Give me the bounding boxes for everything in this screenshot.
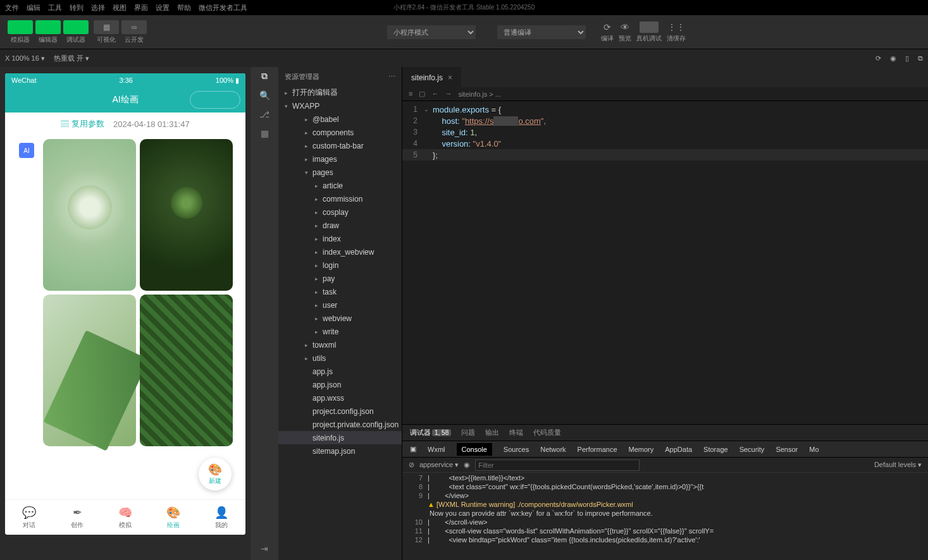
dt-tab-output[interactable]: 输出 (485, 428, 499, 437)
dt2-appdata[interactable]: AppData (665, 446, 692, 453)
detach-icon[interactable]: ⧉ (918, 54, 923, 63)
menu-item[interactable]: 界面 (134, 3, 148, 13)
image-tile[interactable] (43, 139, 136, 291)
menu-item[interactable]: 微信开发者工具 (199, 3, 247, 13)
refresh-icon[interactable]: ⟳ (875, 54, 881, 63)
dt2-wxml[interactable]: Wxml (428, 446, 445, 453)
folder-item[interactable]: ▸components (278, 126, 402, 139)
menu-item[interactable]: 视图 (113, 3, 127, 13)
clear-icon[interactable]: ⊘ (409, 461, 414, 469)
open-editors-section[interactable]: ▸打开的编辑器 (278, 86, 402, 99)
more-icon[interactable]: ⋯ (388, 73, 395, 81)
menu-item[interactable]: 工具 (48, 3, 62, 13)
list-icon[interactable]: ≡ (409, 90, 412, 98)
debugger-toggle[interactable] (63, 20, 89, 34)
image-tile[interactable] (140, 295, 233, 446)
dt2-storage[interactable]: Storage (703, 446, 728, 453)
capsule-button[interactable] (190, 91, 240, 109)
file-item[interactable]: app.json (278, 378, 402, 391)
file-item[interactable]: siteinfo.js (278, 431, 402, 444)
folder-item[interactable]: ▸write (278, 325, 402, 338)
folder-item[interactable]: ▾pages (278, 166, 402, 179)
folder-item[interactable]: ▸index (278, 232, 402, 245)
inspect-icon[interactable]: ▣ (410, 445, 416, 453)
console-output[interactable]: 7| <text>{{item.title}}</text>8| <text c… (402, 473, 928, 560)
folder-item[interactable]: ▸commission (278, 192, 402, 205)
dt-tab-problems[interactable]: 问题 (461, 428, 475, 437)
bookmark-icon[interactable]: ▢ (419, 90, 425, 98)
zoom-select[interactable]: X 100% 16 ▾ (5, 54, 45, 63)
eye-icon[interactable]: ◉ (464, 461, 470, 469)
dt2-console[interactable]: Console (457, 443, 492, 456)
folder-item[interactable]: ▸article (278, 179, 402, 192)
dt2-more[interactable]: Mo (809, 446, 819, 453)
scope-select[interactable]: appservice ▾ (419, 461, 459, 469)
folder-item[interactable]: ▸cosplay (278, 205, 402, 219)
folder-item[interactable]: ▸webview (278, 312, 402, 325)
back-icon[interactable]: ← (431, 90, 438, 98)
visual-toggle[interactable]: ▦ (94, 20, 119, 34)
mode-select[interactable]: 小程序模式 (387, 25, 476, 39)
file-item[interactable]: project.config.json (278, 405, 402, 418)
file-item[interactable]: app.js (278, 365, 402, 378)
dt2-sensor[interactable]: Sensor (776, 446, 798, 453)
folder-item[interactable]: ▸images (278, 152, 402, 166)
new-fab[interactable]: 🎨 新建 (199, 458, 232, 490)
remote-debug-button[interactable]: 真机调试 (636, 21, 662, 43)
tab-draw[interactable]: 🎨绘画 (149, 500, 197, 535)
preview-button[interactable]: 👁预览 (619, 21, 631, 43)
tab-simulate[interactable]: 🧠模拟 (101, 500, 149, 535)
search-icon[interactable]: 🔍 (259, 90, 270, 100)
file-item[interactable]: sitemap.json (278, 444, 402, 458)
code-editor[interactable]: 1⌄module.exports = { 2 host: "https://sx… (402, 101, 928, 424)
cloud-toggle[interactable]: ∞ (121, 20, 147, 34)
menu-item[interactable]: 设置 (156, 3, 170, 13)
close-icon[interactable]: × (448, 73, 452, 82)
ext-icon[interactable]: ▦ (261, 128, 269, 138)
folder-item[interactable]: ▸utils (278, 351, 402, 365)
hot-reload-select[interactable]: 热重载 开 ▾ (54, 54, 89, 63)
filter-input[interactable] (475, 460, 640, 471)
dt2-sources[interactable]: Sources (504, 446, 529, 453)
forward-icon[interactable]: → (445, 90, 452, 98)
file-item[interactable]: project.private.config.json (278, 418, 402, 431)
folder-item[interactable]: ▸towxml (278, 338, 402, 351)
menu-item[interactable]: 文件 (5, 3, 19, 13)
clear-cache-button[interactable]: ⋮⋮清缓存 (667, 21, 686, 43)
phone-icon[interactable]: ▯ (905, 54, 909, 63)
compile-button[interactable]: ⟳编译 (601, 21, 614, 43)
levels-select[interactable]: Default levels ▾ (874, 461, 922, 469)
folder-item[interactable]: ▸draw (278, 219, 402, 232)
folder-item[interactable]: ▸task (278, 285, 402, 298)
menu-item[interactable]: 转到 (70, 3, 84, 13)
folder-item[interactable]: ▸custom-tab-bar (278, 139, 402, 152)
menu-item[interactable]: 帮助 (177, 3, 191, 13)
file-item[interactable]: app.wxss (278, 391, 402, 405)
image-tile[interactable] (140, 139, 233, 291)
tab-me[interactable]: 👤我的 (197, 500, 245, 535)
reuse-params-link[interactable]: ▤ 复用参数 (61, 118, 104, 130)
files-icon[interactable]: ⧉ (261, 71, 268, 82)
editor-toggle[interactable] (35, 20, 61, 34)
compile-select[interactable]: 普通编译 (497, 25, 586, 39)
dt2-memory[interactable]: Memory (629, 446, 654, 453)
workspace-root[interactable]: ▾WXAPP (278, 99, 402, 113)
menu-item[interactable]: 编辑 (27, 3, 40, 13)
tab-create[interactable]: ✒创作 (53, 500, 101, 535)
folder-item[interactable]: ▸user (278, 298, 402, 312)
dt2-security[interactable]: Security (739, 446, 765, 453)
dt-tab-quality[interactable]: 代码质量 (533, 428, 561, 437)
folder-item[interactable]: ▸pay (278, 272, 402, 285)
dt2-network[interactable]: Network (540, 446, 566, 453)
dt-tab-debugger[interactable]: 调试器1, 58 (410, 428, 451, 437)
folder-item[interactable]: ▸login (278, 259, 402, 272)
record-icon[interactable]: ◉ (890, 54, 896, 63)
branch-icon[interactable]: ⎇ (259, 109, 269, 119)
simulator-toggle[interactable] (8, 20, 33, 34)
expand-icon[interactable]: ⇥ (261, 544, 268, 554)
folder-item[interactable]: ▸index_webview (278, 245, 402, 259)
image-tile[interactable] (43, 295, 136, 446)
editor-tab[interactable]: siteinfo.js × (402, 67, 461, 87)
folder-item[interactable]: ▸@babel (278, 113, 402, 126)
dt-tab-terminal[interactable]: 终端 (509, 428, 523, 437)
